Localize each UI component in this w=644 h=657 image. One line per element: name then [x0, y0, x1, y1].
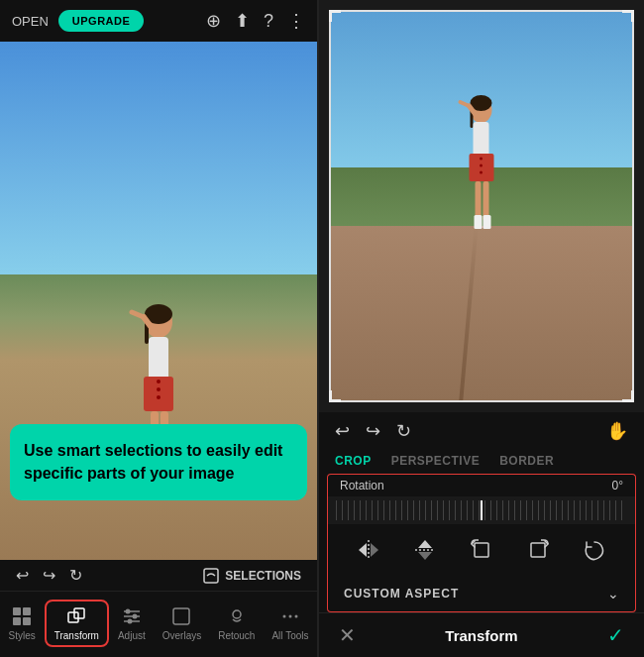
tool-adjust[interactable]: Adjust [110, 602, 154, 645]
svg-point-26 [127, 619, 132, 624]
svg-point-39 [480, 158, 483, 161]
svg-rect-5 [149, 337, 168, 382]
upload-icon[interactable]: ⬆ [235, 10, 250, 32]
svg-rect-15 [13, 607, 21, 615]
tooltip-box: Use smart selections to easily edit spec… [10, 424, 307, 500]
right-bottom-controls: ↩ ↪ ↻ ✋ CROP PERSPECTIVE BORDER Rotation… [319, 412, 644, 657]
rotate-cw-button[interactable] [520, 532, 556, 568]
transform-icon [65, 605, 87, 627]
svg-point-7 [157, 380, 161, 383]
svg-rect-19 [68, 612, 78, 622]
flip-horizontal-button[interactable] [351, 532, 386, 568]
all-tools-icon [279, 605, 301, 627]
add-icon[interactable]: ⊕ [206, 10, 221, 32]
rotate-ccw-button[interactable] [464, 532, 499, 568]
svg-point-29 [282, 615, 285, 618]
svg-point-30 [288, 615, 291, 618]
redo-icon[interactable]: ↪ [43, 566, 55, 585]
header-icons: ⊕ ⬆ ? ⋮ [206, 10, 305, 32]
rotation-row: Rotation 0° [327, 474, 636, 496]
selections-icon [203, 568, 219, 584]
svg-rect-37 [474, 122, 489, 158]
rotation-slider-track[interactable] [336, 500, 627, 520]
flip-h-icon [357, 538, 380, 562]
svg-rect-44 [475, 215, 483, 229]
rotate-cw-icon [526, 538, 550, 562]
tool-overlays[interactable]: Overlays [155, 602, 209, 645]
corner-handle-bl[interactable] [329, 390, 341, 402]
rotation-value: 0° [612, 479, 623, 493]
tooltip-text: Use smart selections to easily edit spec… [24, 442, 282, 481]
styles-label: Styles [9, 630, 36, 641]
svg-point-25 [132, 614, 137, 619]
bottom-action-bar: ✕ Transform ✓ [319, 612, 644, 657]
history-icon[interactable]: ↻ [69, 566, 82, 585]
tab-perspective[interactable]: PERSPECTIVE [391, 454, 481, 468]
svg-line-36 [461, 102, 470, 106]
svg-line-4 [132, 312, 144, 317]
flip-v-icon [413, 538, 437, 562]
right-undo-icon[interactable]: ↩ [335, 420, 350, 442]
reset-icon [583, 538, 606, 562]
left-image-area: Use smart selections to easily edit spec… [0, 42, 317, 560]
grab-icon[interactable]: ✋ [606, 420, 628, 442]
svg-rect-45 [483, 215, 491, 229]
slider-area[interactable] [327, 496, 636, 524]
right-redo-icon[interactable]: ↪ [366, 420, 380, 442]
rotation-label: Rotation [340, 479, 384, 493]
tool-transform[interactable]: Transform [45, 600, 109, 647]
svg-rect-18 [23, 617, 31, 625]
svg-rect-16 [23, 607, 31, 615]
transform-label: Transform [54, 630, 99, 641]
svg-point-24 [125, 609, 130, 614]
tool-retouch[interactable]: Retouch [210, 602, 263, 645]
corner-handle-tr[interactable] [622, 10, 634, 22]
right-ctrl-row: ↩ ↪ ↻ ✋ [319, 412, 644, 450]
svg-rect-48 [475, 543, 488, 557]
help-icon[interactable]: ? [264, 11, 273, 32]
svg-rect-49 [531, 543, 545, 557]
corner-handle-br[interactable] [622, 390, 634, 402]
adjust-icon [121, 605, 143, 627]
cancel-button[interactable]: ✕ [339, 623, 356, 647]
tool-styles[interactable]: Styles [1, 602, 44, 645]
retouch-icon [226, 605, 248, 627]
custom-aspect-label: CUSTOM ASPECT [344, 587, 459, 601]
svg-rect-14 [204, 569, 218, 583]
rotation-slider-thumb [481, 500, 483, 520]
selections-label: SELECTIONS [225, 569, 301, 583]
styles-icon [11, 605, 33, 627]
flip-vertical-button[interactable] [407, 532, 443, 568]
open-button[interactable]: OPEN [12, 14, 49, 29]
upgrade-button[interactable]: UPGRADE [58, 10, 145, 32]
tab-crop[interactable]: CROP [335, 454, 372, 468]
custom-aspect-row[interactable]: CUSTOM ASPECT ⌄ [327, 576, 636, 612]
undo-icon[interactable]: ↩ [16, 566, 29, 585]
svg-rect-20 [74, 608, 84, 618]
transform-title: Transform [445, 627, 517, 644]
person-right [455, 94, 509, 253]
more-icon[interactable]: ⋮ [287, 10, 305, 32]
svg-rect-27 [173, 608, 189, 624]
rotate-ccw-icon [470, 538, 493, 562]
tool-all-tools[interactable]: All Tools [264, 602, 316, 645]
confirm-button[interactable]: ✓ [607, 623, 624, 647]
corner-handle-tl[interactable] [329, 10, 341, 22]
left-controls: ↩ ↪ ↻ SELECTIONS [0, 560, 317, 591]
svg-point-31 [294, 615, 297, 618]
svg-point-28 [233, 610, 241, 618]
retouch-label: Retouch [218, 630, 255, 641]
right-photo-container [329, 10, 634, 402]
right-history-icon[interactable]: ↻ [396, 420, 411, 442]
tab-border[interactable]: BORDER [499, 454, 554, 468]
transform-tools-row [327, 524, 636, 576]
svg-rect-17 [13, 617, 21, 625]
right-panel: ↩ ↪ ↻ ✋ CROP PERSPECTIVE BORDER Rotation… [319, 0, 644, 657]
reset-button[interactable] [577, 532, 612, 568]
adjust-label: Adjust [118, 630, 146, 641]
chevron-down-icon: ⌄ [607, 586, 619, 602]
selections-button[interactable]: SELECTIONS [203, 568, 301, 584]
overlays-icon [170, 605, 192, 627]
right-image-area [319, 0, 644, 412]
overlays-label: Overlays [162, 630, 201, 641]
